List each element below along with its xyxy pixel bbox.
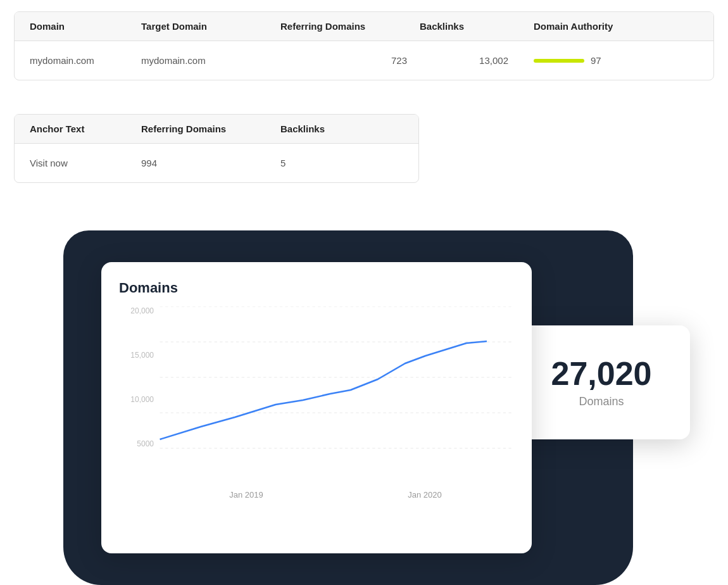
- y-axis-labels: 20,000 15,000 10,000 5000: [119, 306, 154, 484]
- y-label-15000: 15,000: [119, 351, 154, 360]
- y-label-10000: 10,000: [119, 395, 154, 404]
- cell-referring: 723: [280, 55, 420, 66]
- cell-backlinks: 13,002: [420, 55, 521, 66]
- cell-back2: 5: [280, 158, 382, 168]
- domain-label: Domains: [579, 395, 624, 408]
- cell-domain: mydomain.com: [15, 55, 141, 66]
- x-label-jan2020: Jan 2020: [408, 490, 442, 500]
- chart-area: 20,000 15,000 10,000 5000 Jan 2019 Jan 2…: [119, 306, 514, 522]
- header-anchor: Anchor Text: [15, 123, 141, 134]
- header-backlinks: Backlinks: [420, 21, 521, 32]
- domain-count: 27,020: [551, 357, 651, 390]
- header-ref2: Referring Domains: [141, 123, 280, 134]
- top-table: Domain Target Domain Referring Domains B…: [14, 11, 714, 80]
- cell-authority: 97: [521, 55, 713, 66]
- top-table-header: Domain Target Domain Referring Domains B…: [15, 12, 713, 41]
- chart-title: Domains: [119, 280, 514, 296]
- chart-line: [160, 341, 487, 439]
- second-table-row: Visit now 994 5: [15, 144, 418, 182]
- chart-card: Domains 20,000 15,000 10,000 5000 Jan 20…: [101, 262, 532, 553]
- cell-target: mydomain.com: [141, 55, 280, 66]
- header-domain: Domain: [15, 21, 141, 32]
- second-table-header: Anchor Text Referring Domains Backlinks: [15, 115, 418, 144]
- header-back2: Backlinks: [280, 123, 382, 134]
- header-referring: Referring Domains: [280, 21, 420, 32]
- header-authority: Domain Authority: [521, 21, 713, 32]
- da-bar: [534, 59, 584, 63]
- x-label-jan2019: Jan 2019: [229, 490, 263, 500]
- second-table: Anchor Text Referring Domains Backlinks …: [14, 114, 419, 183]
- y-label-5000: 5000: [119, 439, 154, 448]
- y-label-20000: 20,000: [119, 306, 154, 315]
- chart-x-labels: Jan 2019 Jan 2020: [119, 490, 514, 500]
- da-value: 97: [591, 55, 601, 66]
- domain-card: 27,020 Domains: [513, 325, 690, 439]
- top-table-row: mydomain.com mydomain.com 723 13,002 97: [15, 41, 713, 80]
- cell-anchor: Visit now: [15, 158, 141, 168]
- cell-ref2: 994: [141, 158, 280, 168]
- chart-svg: [119, 306, 514, 484]
- header-target: Target Domain: [141, 21, 280, 32]
